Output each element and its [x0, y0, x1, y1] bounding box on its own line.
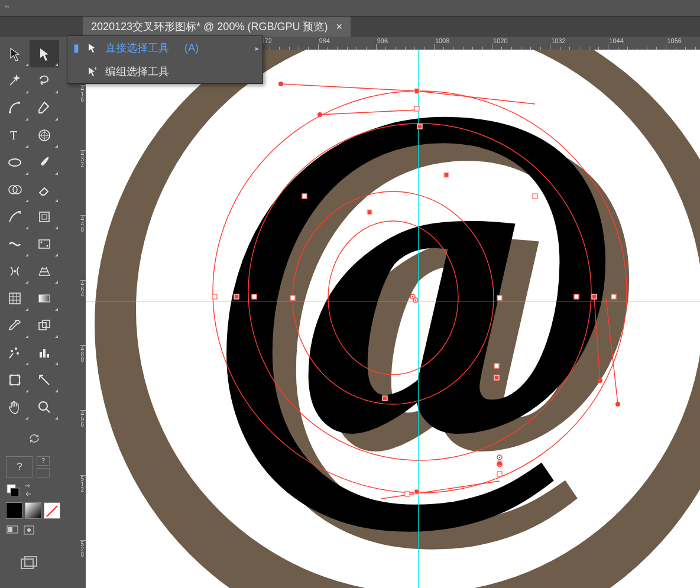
collapse-panel-icon[interactable]: ‹‹ [0, 0, 14, 12]
anchor-point[interactable] [533, 194, 538, 199]
svg-point-55 [499, 464, 500, 465]
fill-stroke-icon[interactable] [6, 483, 20, 496]
anchor-point[interactable] [290, 295, 296, 301]
flyout-item-group-selection[interactable]: + 编组选择工具 [67, 60, 262, 83]
swatch-fill[interactable] [6, 502, 22, 519]
handle-point[interactable] [317, 112, 322, 117]
blend-tool[interactable] [30, 312, 59, 339]
mini-box[interactable] [37, 468, 50, 477]
svg-point-13 [14, 270, 16, 272]
curvature-tool[interactable] [0, 95, 30, 122]
anchor-point[interactable] [252, 294, 257, 300]
anchor-point[interactable] [212, 294, 218, 300]
anchor-point[interactable] [497, 295, 503, 301]
direct-selection-icon [86, 43, 98, 53]
tool-flyout: ▮ 直接选择工具 (A) ▸ + 编组选择工具 [67, 35, 263, 84]
svg-point-53 [499, 457, 500, 458]
svg-rect-24 [10, 375, 20, 385]
anchor-point[interactable] [302, 194, 307, 199]
document-title: 2020123交叉环形图标* @ 200% (RGB/GPU 预览) [91, 20, 328, 34]
anchor-point[interactable] [497, 472, 503, 477]
group-selection-icon: + [86, 66, 98, 77]
smooth-point-icon [496, 461, 503, 468]
free-transform-tool[interactable] [0, 258, 30, 285]
anchor-point[interactable] [414, 89, 420, 94]
document-tab[interactable]: 2020123交叉环形图标* @ 200% (RGB/GPU 预览) × [83, 17, 351, 37]
document-tabs: 2020123交叉环形图标* @ 200% (RGB/GPU 预览) × [0, 17, 700, 37]
anchor-point[interactable] [611, 294, 617, 300]
shape-builder-tool[interactable] [0, 176, 30, 203]
tearoff-icon[interactable]: ▮ [73, 41, 79, 54]
symbol-sprayer-tool[interactable] [0, 339, 30, 366]
svg-rect-8 [40, 212, 49, 222]
eyedropper-tool[interactable] [0, 312, 30, 339]
ruler-vertical[interactable]: 416432448464480496512528 [68, 50, 86, 588]
swatch-none[interactable] [44, 502, 60, 519]
anchor-point[interactable] [444, 173, 449, 178]
column-graph-tool[interactable] [30, 339, 59, 366]
svg-point-25 [39, 402, 47, 410]
perspective-grid-tool[interactable] [30, 258, 59, 285]
help-button[interactable]: ? [6, 456, 33, 477]
anchor-point[interactable] [494, 363, 500, 369]
paintbrush-tool[interactable] [30, 149, 59, 176]
polar-grid-tool[interactable] [30, 122, 59, 149]
smooth-point-icon [496, 454, 503, 461]
anchor-point[interactable] [367, 210, 372, 215]
anchor-point[interactable] [414, 106, 420, 112]
slice-tool[interactable] [30, 366, 59, 394]
handle-point[interactable] [615, 402, 620, 407]
gradient-tool[interactable] [30, 285, 59, 312]
anchor-point[interactable] [574, 294, 579, 300]
handle-point[interactable] [598, 378, 602, 383]
svg-point-31 [27, 528, 31, 532]
rotate-tool[interactable] [30, 203, 59, 230]
swap-icon[interactable] [24, 483, 32, 496]
svg-text:T: T [10, 129, 17, 142]
mesh-tool[interactable] [0, 285, 30, 312]
artwork: @ @ [86, 50, 700, 588]
type-tool[interactable]: T [0, 122, 30, 149]
lasso-tool[interactable] [30, 67, 59, 95]
titlebar: ‹‹ [0, 0, 700, 17]
swatch-gradient[interactable] [25, 502, 41, 519]
handle-point[interactable] [278, 82, 283, 86]
svg-rect-27 [11, 488, 19, 496]
svg-text:+: + [94, 66, 97, 72]
magic-wand-tool[interactable] [0, 67, 30, 95]
hand-tool[interactable] [0, 394, 30, 421]
anchor-point[interactable] [383, 396, 388, 401]
svg-point-20 [17, 352, 19, 355]
zoom-tool[interactable] [30, 394, 59, 421]
flyout-label: 编组选择工具 [105, 64, 169, 79]
guide-vertical[interactable] [418, 50, 419, 588]
svg-rect-22 [43, 349, 46, 358]
anchor-point[interactable] [494, 375, 500, 381]
svg-rect-14 [9, 293, 20, 304]
artboard-tool[interactable] [0, 366, 30, 394]
anchor-point[interactable] [405, 492, 410, 497]
puppet-warp-tool[interactable] [30, 230, 59, 258]
width-tool[interactable] [0, 230, 30, 258]
anchor-point[interactable] [417, 124, 423, 129]
selection-tool[interactable] [0, 40, 30, 67]
artboard[interactable]: @ @ [86, 50, 700, 588]
svg-point-1 [18, 102, 20, 104]
flyout-item-direct-selection[interactable]: ▮ 直接选择工具 (A) ▸ [67, 36, 262, 60]
scale-tool[interactable] [0, 203, 30, 230]
color-switcher[interactable] [0, 421, 68, 456]
svg-point-49 [412, 296, 413, 297]
anchor-point[interactable] [234, 294, 239, 300]
line-segment-tool[interactable] [0, 149, 30, 176]
eraser-tool[interactable] [30, 176, 59, 203]
draw-mode-icon[interactable] [22, 525, 35, 535]
close-icon[interactable]: × [336, 21, 342, 33]
edit-toolbar-icon[interactable] [18, 555, 41, 573]
guide-horizontal[interactable] [86, 301, 700, 301]
anchor-point[interactable] [592, 294, 597, 300]
screen-mode-icon[interactable] [6, 525, 19, 535]
help-mini[interactable]: ? [37, 456, 50, 466]
anchor-point[interactable] [414, 489, 420, 495]
pen-tool[interactable] [30, 95, 59, 122]
direct-selection-tool[interactable] [30, 40, 59, 67]
